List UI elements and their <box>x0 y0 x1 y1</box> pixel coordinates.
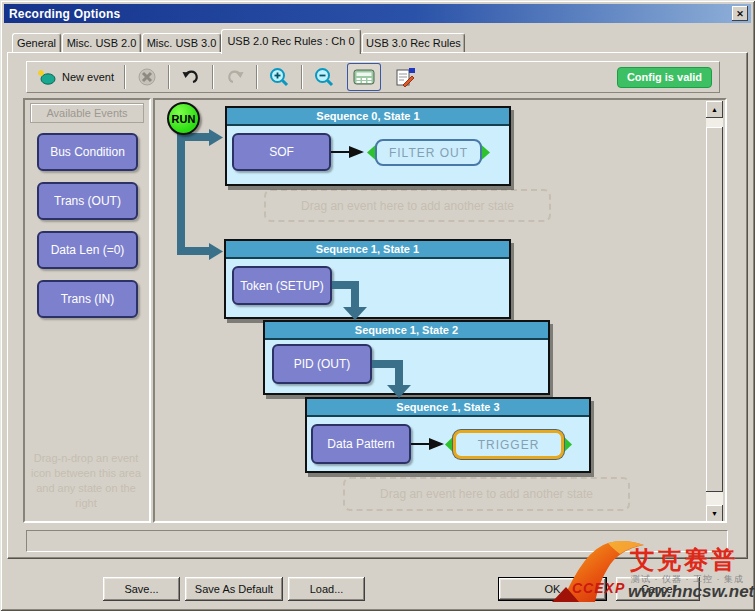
branch-line-2 <box>177 247 209 255</box>
scrollbar-thumb[interactable] <box>706 127 723 492</box>
toolbar-separator <box>256 65 258 89</box>
elbow-line-v <box>395 360 403 385</box>
arrow-line <box>331 151 349 153</box>
sequence-diagram-canvas: RUN Sequence 0, State 1 SOF FILTER OUT D… <box>153 98 727 523</box>
elbow-line-v <box>351 281 359 307</box>
undo-icon <box>180 66 202 88</box>
scroll-down-icon: ▼ <box>711 510 718 517</box>
action-label: TRIGGER <box>453 430 564 459</box>
status-strip <box>26 530 728 552</box>
node-sof[interactable]: SOF <box>232 133 331 171</box>
toolbar-separator <box>168 65 170 89</box>
drop-placeholder[interactable]: Drag an event here to add another state <box>264 189 551 222</box>
event-data-len[interactable]: Data Len (=0) <box>37 231 138 269</box>
config-status-badge: Config is valid <box>617 67 712 88</box>
show-grid-toggle-button[interactable] <box>348 64 380 90</box>
branch-arrowhead-2 <box>209 243 223 260</box>
arrow-line <box>411 443 429 445</box>
zoom-in-button[interactable] <box>264 64 295 90</box>
tab-misc-usb20[interactable]: Misc. USB 2.0 <box>62 33 141 53</box>
toolbar-separator <box>212 65 214 89</box>
save-as-default-button[interactable]: Save As Default <box>185 577 283 601</box>
properties-icon <box>394 66 416 88</box>
zoom-out-button[interactable] <box>309 64 340 90</box>
state-header[interactable]: Sequence 1, State 1 <box>226 241 509 259</box>
grid-toggle-icon <box>352 66 376 88</box>
delete-icon <box>136 66 158 88</box>
event-trans-out[interactable]: Trans (OUT) <box>37 182 138 220</box>
drop-placeholder[interactable]: Drag an event here to add another state <box>343 477 630 511</box>
tab-usb20-rec-rules[interactable]: USB 2.0 Rec Rules : Ch 0 <box>221 29 361 54</box>
load-button[interactable]: Load... <box>288 577 365 601</box>
tab-usb30-rec-rules[interactable]: USB 3.0 Rec Rules <box>362 33 465 53</box>
toolbar-separator <box>301 65 303 89</box>
scroll-down-button[interactable]: ▼ <box>706 505 723 522</box>
recording-options-dialog: Recording Options ✕ General Misc. USB 2.… <box>0 0 755 611</box>
toolbar-separator <box>124 65 126 89</box>
scroll-up-icon: ▲ <box>711 106 718 113</box>
tab-general[interactable]: General <box>12 33 61 53</box>
action-trigger[interactable]: TRIGGER <box>445 430 572 459</box>
state-header[interactable]: Sequence 1, State 2 <box>265 322 548 340</box>
node-data-pattern[interactable]: Data Pattern <box>311 424 411 464</box>
state-header[interactable]: Sequence 1, State 3 <box>307 399 589 417</box>
event-bus-condition[interactable]: Bus Condition <box>37 133 138 171</box>
available-events-header: Available Events <box>30 103 144 123</box>
close-icon: ✕ <box>736 9 744 19</box>
new-event-label: New event <box>62 71 114 83</box>
available-events-panel: Available Events Bus Condition Trans (OU… <box>23 98 151 523</box>
new-event-icon <box>37 69 57 85</box>
tab-misc-usb30[interactable]: Misc. USB 3.0 <box>142 33 221 53</box>
diagram-vertical-scrollbar[interactable]: ▲ ▼ <box>706 101 723 522</box>
ok-button[interactable]: OK <box>498 577 607 601</box>
action-filter-out[interactable]: FILTER OUT <box>367 139 490 166</box>
run-node[interactable]: RUN <box>167 102 200 135</box>
delete-event-button[interactable] <box>132 64 162 90</box>
zoom-in-icon <box>268 66 291 89</box>
save-button[interactable]: Save... <box>103 577 180 601</box>
tab-page: New event <box>7 52 748 559</box>
node-pid-out[interactable]: PID (OUT) <box>272 344 372 384</box>
titlebar: Recording Options ✕ <box>4 4 751 23</box>
redo-button[interactable] <box>220 64 250 90</box>
toolbar: New event <box>26 61 720 93</box>
run-connector-line <box>177 131 185 255</box>
event-trans-in[interactable]: Trans (IN) <box>37 280 138 318</box>
cancel-button[interactable]: Cancel <box>616 577 700 601</box>
undo-button[interactable] <box>176 64 206 90</box>
action-label: FILTER OUT <box>375 139 482 166</box>
properties-button[interactable] <box>390 64 420 90</box>
drag-drop-hint: Drag-n-drop an event icon between this a… <box>27 451 145 511</box>
redo-icon <box>224 66 246 88</box>
node-token-setup[interactable]: Token (SETUP) <box>232 266 332 305</box>
state-header[interactable]: Sequence 0, State 1 <box>227 108 509 126</box>
zoom-out-icon <box>313 66 336 89</box>
scroll-up-button[interactable]: ▲ <box>706 101 723 118</box>
close-button[interactable]: ✕ <box>732 6 748 21</box>
new-event-button[interactable]: New event <box>33 64 118 90</box>
branch-arrowhead-1 <box>209 129 223 146</box>
window-title: Recording Options <box>9 7 120 21</box>
